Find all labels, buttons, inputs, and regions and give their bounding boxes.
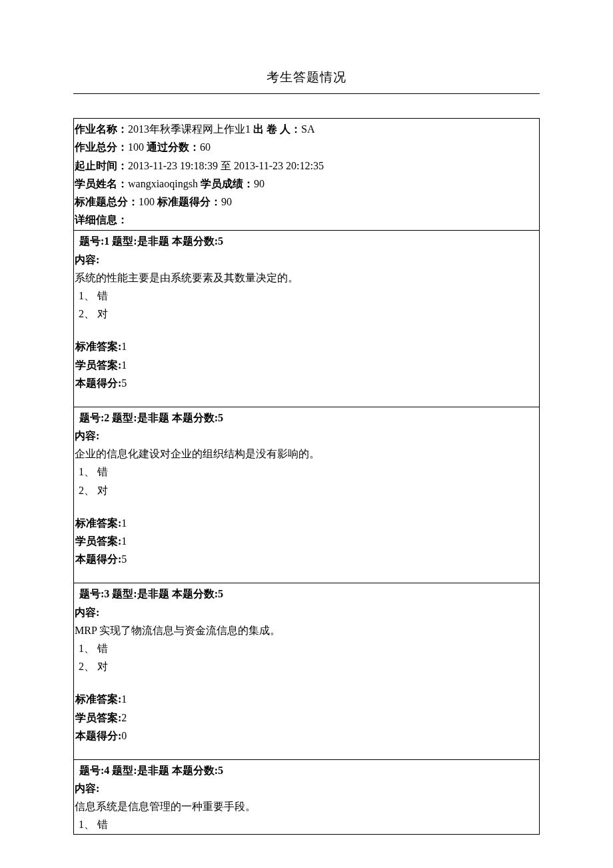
options-list: 1、 错 [75,815,538,833]
main-table: 作业名称：2013年秋季课程网上作业1 出 卷 人：SA 作业总分：100 通过… [73,118,540,834]
student-label: 学员姓名： [75,178,128,189]
question-content: 信息系统是信息管理的一种重要手段。 [75,797,538,815]
question-header: 题号:4 题型:是非题 本题分数:5 [74,760,539,779]
option-item: 1、 错 [79,463,538,481]
std-score-value: 90 [221,196,232,207]
pass-value: 60 [200,141,211,153]
obtained-label: 本题得分: [75,377,121,389]
assignment-name: 2013年秋季课程网上作业1 [128,123,251,135]
question-content: 企业的信息化建设对企业的组织结构是没有影响的。 [75,445,538,463]
student-name: wangxiaoqingsh [128,178,198,189]
question-block: 题号:4 题型:是非题 本题分数:5 内容: 信息系统是信息管理的一种重要手段。… [74,759,539,834]
option-item: 2、 对 [79,305,538,323]
question-block: 题号:2 题型:是非题 本题分数:5 内容: 企业的信息化建设对企业的组织结构是… [74,407,539,583]
page-title: 考生答题情况 [73,67,540,88]
std-answer-label: 标准答案: [75,341,121,352]
obtained-label: 本题得分: [75,553,121,565]
std-answer-value: 1 [121,341,127,352]
std-answer-value: 1 [121,517,127,529]
question-content: 系统的性能主要是由系统要素及其数量决定的。 [75,269,538,287]
stu-answer-value: 2 [121,712,127,723]
pass-label: 通过分数： [144,141,200,153]
answer-block: 标准答案:1 学员答案:1 本题得分:5 [75,337,538,407]
stu-answer-label: 学员答案: [75,712,121,723]
option-item: 1、 错 [79,639,538,657]
detail-label: 详细信息： [75,214,128,225]
std-answer-value: 1 [121,693,127,705]
obtained-value: 5 [121,377,127,389]
total-value: 100 [128,141,144,153]
question-content: MRP 实现了物流信息与资金流信息的集成。 [75,621,538,639]
stu-answer-value: 1 [121,359,127,371]
options-list: 1、 错2、 对 [75,639,538,675]
question-header: 题号:3 题型:是非题 本题分数:5 [74,583,539,603]
std-score-label: 标准题得分： [155,196,221,207]
option-item: 2、 对 [79,481,538,499]
title-divider [73,93,540,94]
options-list: 1、 错2、 对 [75,287,538,323]
question-header: 题号:2 题型:是非题 本题分数:5 [74,407,539,427]
std-answer-label: 标准答案: [75,517,121,529]
assignment-header: 作业名称：2013年秋季课程网上作业1 出 卷 人：SA 作业总分：100 通过… [74,119,539,230]
question-block: 题号:1 题型:是非题 本题分数:5 内容: 系统的性能主要是由系统要素及其数量… [74,230,539,407]
content-label: 内容: [75,251,538,269]
content-label: 内容: [75,779,538,797]
option-item: 1、 错 [79,287,538,305]
obtained-value: 5 [121,553,127,565]
std-total-label: 标准题总分： [75,196,139,207]
time-range: 2013-11-23 19:18:39 至 2013-11-23 20:12:3… [128,160,324,171]
question-header: 题号:1 题型:是非题 本题分数:5 [74,231,539,250]
std-total-value: 100 [139,196,155,207]
issuer-name: SA [301,123,314,135]
question-block: 题号:3 题型:是非题 本题分数:5 内容: MRP 实现了物流信息与资金流信息… [74,583,539,759]
stu-answer-value: 1 [121,535,127,547]
std-answer-label: 标准答案: [75,693,121,705]
score-label: 学员成绩： [198,178,254,189]
assignment-label: 作业名称： [75,123,128,135]
answer-block: 标准答案:1 学员答案:1 本题得分:5 [75,514,538,583]
total-label: 作业总分： [75,141,128,153]
time-label: 起止时间： [75,160,128,171]
score-value: 90 [254,178,265,189]
content-label: 内容: [75,603,538,621]
answer-block: 标准答案:1 学员答案:2 本题得分:0 [75,690,538,759]
stu-answer-label: 学员答案: [75,359,121,371]
obtained-label: 本题得分: [75,730,121,741]
stu-answer-label: 学员答案: [75,535,121,547]
content-label: 内容: [75,427,538,445]
issuer-label: 出 卷 人： [251,123,301,135]
obtained-value: 0 [121,730,127,741]
option-item: 1、 错 [79,815,538,833]
options-list: 1、 错2、 对 [75,463,538,499]
option-item: 2、 对 [79,657,538,675]
